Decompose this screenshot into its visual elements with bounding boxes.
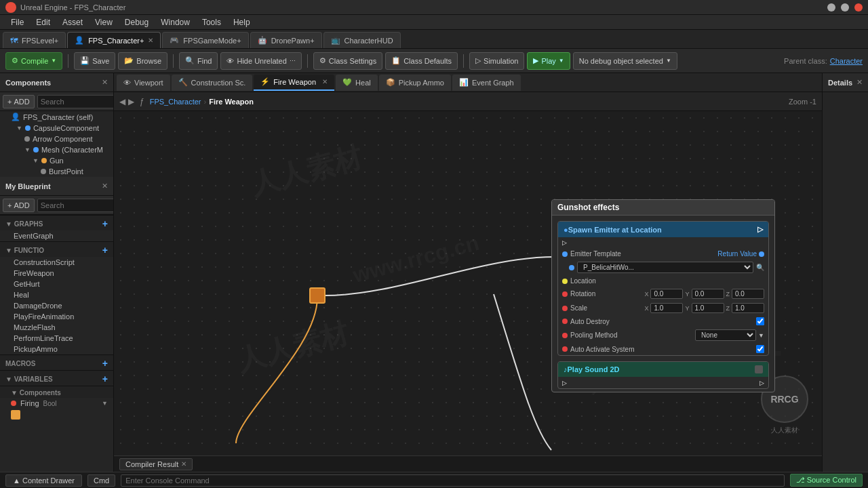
- scale-z-input[interactable]: [732, 303, 764, 313]
- details-close-icon[interactable]: ✕: [856, 78, 863, 87]
- func-muzzleflash[interactable]: MuzzleFlash: [0, 322, 113, 333]
- pooling-dropdown-area: None ▼: [695, 329, 764, 341]
- pooling-dropdown[interactable]: None: [695, 329, 756, 341]
- graph-tabs: 👁 Viewport 🔨 Construction Sc. ⚡ Fire Wea…: [114, 73, 822, 92]
- emitter-dropdown[interactable]: P_BelicaHitWo...: [577, 262, 753, 273]
- func-constructionscript[interactable]: ConstructionScript: [0, 257, 113, 268]
- doc-tab-fpslevel[interactable]: 🗺 FPSLevel+: [3, 32, 66, 48]
- variables-add-button[interactable]: +: [102, 373, 108, 384]
- pooling-row: Pooling Method None ▼: [558, 327, 768, 343]
- compile-button[interactable]: ⚙ Compile ▼: [5, 52, 62, 70]
- func-heal[interactable]: Heal: [0, 289, 113, 300]
- doc-tab-fpsgamemode[interactable]: 🎮 FPSGameMode+: [162, 32, 248, 48]
- myblueprint-add-button[interactable]: + ADD: [3, 199, 35, 212]
- tab-fireweapon[interactable]: ⚡ Fire Weapon ✕: [254, 75, 334, 91]
- menu-tools[interactable]: Tools: [197, 16, 226, 28]
- class-settings-button[interactable]: ⚙ Class Settings: [313, 52, 382, 70]
- components-close-icon[interactable]: ✕: [102, 78, 108, 87]
- source-control-button[interactable]: ⎇ Source Control: [790, 474, 863, 487]
- rotation-x-input[interactable]: [650, 289, 683, 299]
- maximize-button[interactable]: [841, 3, 849, 12]
- blueprint-canvas[interactable]: 人人素材 www.rrcg.cn 人人素材 RRCG 人人素材 BLUEPRIN…: [114, 111, 822, 455]
- nav-back-icon[interactable]: ◀: [119, 97, 125, 106]
- browse-button[interactable]: 📂 Browse: [118, 52, 167, 70]
- search-icon-small[interactable]: 🔍: [756, 264, 764, 271]
- compiler-close-icon[interactable]: ✕: [181, 460, 186, 468]
- tree-item-gun[interactable]: ▼ Gun: [0, 155, 113, 166]
- rotation-y-input[interactable]: [692, 289, 724, 299]
- toolbar-separator-1: [68, 54, 68, 68]
- func-performlinetrace[interactable]: PerformLineTrace: [0, 333, 113, 344]
- doc-tab-dronepawn[interactable]: 🤖 DronePawn+: [250, 32, 322, 48]
- doc-tab-characterhud-icon: 📺: [331, 36, 340, 45]
- tree-item-mesh[interactable]: ▼ Mesh (CharacterM: [0, 144, 113, 155]
- spawn-header-icon: ●: [564, 226, 568, 234]
- tree-item-arrow[interactable]: Arrow Component: [0, 134, 113, 144]
- myblueprint-search-input[interactable]: [37, 199, 114, 212]
- auto-activate-pin: [562, 346, 568, 352]
- menu-asset[interactable]: Asset: [57, 16, 88, 28]
- play-sound-node[interactable]: ♪ Play Sound 2D ▷ ▷: [557, 361, 769, 389]
- menu-help[interactable]: Help: [228, 16, 256, 28]
- auto-destroy-checkbox[interactable]: [756, 317, 764, 325]
- cmd-button[interactable]: Cmd: [87, 474, 115, 487]
- menu-view[interactable]: View: [90, 16, 118, 28]
- func-fireweapon[interactable]: FireWeapon: [0, 268, 113, 279]
- hide-unrelated-button[interactable]: 👁 Hide Unrelated ⋯: [220, 52, 301, 70]
- func-playfireanimation[interactable]: PlayFireAnimation: [0, 311, 113, 322]
- orange-connection: [236, 298, 317, 443]
- tab-pickupammo[interactable]: 📦 Pickup Ammo: [379, 75, 451, 91]
- tree-item-capsule[interactable]: ▼ CapsuleComponent: [0, 123, 113, 134]
- scale-x-input[interactable]: [650, 303, 683, 313]
- class-defaults-button[interactable]: 📋 Class Defaults: [385, 52, 458, 70]
- func-pickupammo[interactable]: PickupAmmo: [0, 344, 113, 354]
- functions-add-button[interactable]: +: [102, 245, 108, 256]
- location-row: Location: [558, 275, 768, 287]
- graphs-add-button[interactable]: +: [102, 218, 108, 229]
- components-search-input[interactable]: [37, 95, 114, 108]
- doc-tab-characterhud[interactable]: 📺 CharacterHUD: [323, 32, 401, 48]
- tree-item-self[interactable]: 👤 FPS_Character (self): [0, 111, 113, 123]
- var-extra[interactable]: [0, 409, 113, 421]
- func-gethurt[interactable]: GetHurt: [0, 279, 113, 289]
- debug-dropdown-icon: ▼: [666, 58, 671, 64]
- menu-debug[interactable]: Debug: [119, 16, 154, 28]
- tab-viewport[interactable]: 👁 Viewport: [117, 75, 170, 91]
- var-firing[interactable]: Firing Bool ▼: [0, 398, 113, 409]
- doc-tab-fpscharacter[interactable]: 👤 FPS_Character+ ✕: [67, 32, 161, 48]
- menu-file[interactable]: File: [5, 16, 29, 28]
- scale-y-input[interactable]: [692, 303, 724, 313]
- emitter-value-pin: [569, 265, 574, 270]
- find-button[interactable]: 🔍 Find: [179, 52, 218, 70]
- simulation-button[interactable]: ▷ Simulation: [469, 52, 524, 70]
- tree-item-burstpoint[interactable]: BurstPoint: [0, 166, 113, 177]
- debug-selector[interactable]: No debug object selected ▼: [573, 52, 677, 70]
- nav-forward-icon[interactable]: ▶: [128, 97, 134, 106]
- content-drawer-button[interactable]: ▲ Content Drawer: [5, 474, 82, 487]
- doc-tab-fpscharacter-close[interactable]: ✕: [148, 37, 153, 44]
- spawn-emitter-node[interactable]: ● Spawn Emitter at Location ▷ ▷ Emitter …: [557, 221, 769, 356]
- graph-item-eventgraph[interactable]: EventGraph: [0, 230, 113, 241]
- reroute-node[interactable]: [309, 287, 326, 304]
- emitter-dropdown-row[interactable]: P_BelicaHitWo... 🔍: [558, 260, 768, 275]
- console-input[interactable]: [121, 474, 784, 487]
- tab-heal[interactable]: 💚 Heal: [336, 75, 378, 91]
- func-damagedrone[interactable]: DamageDrone: [0, 300, 113, 311]
- minimize-button[interactable]: [827, 3, 835, 12]
- play-button[interactable]: ▶ Play ▼: [527, 52, 570, 70]
- right-panel: Details ✕: [822, 73, 868, 472]
- myblueprint-close-icon[interactable]: ✕: [102, 182, 108, 190]
- tab-eventgraph[interactable]: 📊 Event Graph: [452, 75, 521, 91]
- menu-window[interactable]: Window: [155, 16, 195, 28]
- save-button[interactable]: 💾 Save: [74, 52, 115, 70]
- macros-add-button[interactable]: +: [102, 358, 108, 369]
- rotation-z-input[interactable]: [732, 289, 764, 299]
- menu-edit[interactable]: Edit: [31, 16, 56, 28]
- tab-close-icon[interactable]: ✕: [322, 78, 328, 85]
- compiler-result-tab[interactable]: Compiler Result ✕: [119, 458, 193, 470]
- auto-activate-checkbox[interactable]: [756, 345, 764, 353]
- components-add-button[interactable]: + ADD: [3, 95, 35, 108]
- compile-icon: ⚙: [12, 56, 18, 65]
- tab-construction[interactable]: 🔨 Construction Sc.: [172, 75, 253, 91]
- close-button[interactable]: [854, 3, 863, 12]
